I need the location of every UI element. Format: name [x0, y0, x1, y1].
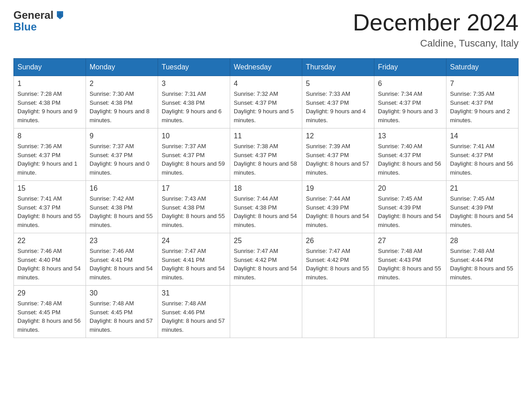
daylight-label: Daylight: 8 hours and 54 minutes.	[162, 265, 225, 281]
day-info: Sunrise: 7:39 AM Sunset: 4:37 PM Dayligh…	[306, 142, 370, 177]
calendar-day-cell: 1 Sunrise: 7:28 AM Sunset: 4:38 PM Dayli…	[14, 76, 86, 128]
day-number: 26	[306, 237, 370, 245]
day-info: Sunrise: 7:37 AM Sunset: 4:37 PM Dayligh…	[90, 142, 154, 177]
day-info: Sunrise: 7:46 AM Sunset: 4:40 PM Dayligh…	[17, 247, 82, 282]
daylight-label: Daylight: 8 hours and 59 minutes.	[162, 160, 225, 176]
sunset-label: Sunset: 4:37 PM	[17, 152, 60, 158]
day-number: 3	[162, 80, 226, 88]
calendar-day-cell: 20 Sunrise: 7:45 AM Sunset: 4:39 PM Dayl…	[374, 181, 446, 233]
calendar-day-cell: 17 Sunrise: 7:43 AM Sunset: 4:38 PM Dayl…	[158, 181, 230, 233]
day-number: 5	[306, 80, 370, 88]
sunrise-label: Sunrise: 7:45 AM	[450, 195, 494, 202]
day-number: 7	[450, 80, 515, 88]
day-number: 10	[162, 132, 226, 140]
sunrise-label: Sunrise: 7:39 AM	[306, 143, 350, 150]
sunset-label: Sunset: 4:42 PM	[306, 257, 349, 263]
day-number: 22	[17, 237, 82, 245]
day-number: 19	[306, 184, 370, 193]
daylight-label: Daylight: 8 hours and 54 minutes.	[450, 213, 513, 228]
daylight-label: Daylight: 8 hours and 55 minutes.	[306, 265, 369, 281]
day-info: Sunrise: 7:41 AM Sunset: 4:37 PM Dayligh…	[17, 194, 82, 229]
sunset-label: Sunset: 4:39 PM	[450, 204, 493, 211]
daylight-label: Daylight: 8 hours and 56 minutes.	[378, 160, 441, 176]
logo: General Blue	[13, 9, 65, 33]
day-of-week-header: Friday	[374, 59, 446, 76]
calendar-day-cell: 21 Sunrise: 7:45 AM Sunset: 4:39 PM Dayl…	[446, 181, 519, 233]
day-info: Sunrise: 7:48 AM Sunset: 4:43 PM Dayligh…	[378, 247, 442, 282]
sunrise-label: Sunrise: 7:46 AM	[17, 248, 62, 254]
calendar-day-cell	[446, 286, 519, 338]
calendar-day-cell: 15 Sunrise: 7:41 AM Sunset: 4:37 PM Dayl…	[14, 181, 86, 233]
calendar-day-cell: 2 Sunrise: 7:30 AM Sunset: 4:38 PM Dayli…	[86, 76, 158, 128]
day-info: Sunrise: 7:30 AM Sunset: 4:38 PM Dayligh…	[90, 90, 154, 124]
calendar-day-cell: 10 Sunrise: 7:37 AM Sunset: 4:37 PM Dayl…	[158, 128, 230, 181]
calendar-day-cell: 27 Sunrise: 7:48 AM Sunset: 4:43 PM Dayl…	[374, 233, 446, 286]
day-info: Sunrise: 7:36 AM Sunset: 4:37 PM Dayligh…	[17, 142, 82, 177]
calendar-day-cell: 4 Sunrise: 7:32 AM Sunset: 4:37 PM Dayli…	[230, 76, 302, 128]
day-info: Sunrise: 7:34 AM Sunset: 4:37 PM Dayligh…	[378, 90, 442, 124]
sunrise-label: Sunrise: 7:41 AM	[450, 143, 494, 150]
day-number: 18	[234, 184, 298, 193]
logo-arrow-icon	[55, 10, 65, 20]
calendar-week-row: 15 Sunrise: 7:41 AM Sunset: 4:37 PM Dayl…	[14, 181, 519, 233]
logo-general-text: General	[13, 9, 53, 21]
day-of-week-header: Thursday	[302, 59, 374, 76]
day-info: Sunrise: 7:48 AM Sunset: 4:45 PM Dayligh…	[17, 299, 82, 334]
sunset-label: Sunset: 4:45 PM	[17, 309, 60, 316]
calendar-day-cell: 18 Sunrise: 7:44 AM Sunset: 4:38 PM Dayl…	[230, 181, 302, 233]
daylight-label: Daylight: 9 hours and 6 minutes.	[162, 108, 222, 124]
day-info: Sunrise: 7:47 AM Sunset: 4:41 PM Dayligh…	[162, 247, 226, 282]
daylight-label: Daylight: 8 hours and 55 minutes.	[450, 265, 513, 281]
daylight-label: Daylight: 9 hours and 4 minutes.	[306, 108, 366, 124]
day-number: 6	[378, 80, 442, 88]
day-number: 13	[378, 132, 442, 140]
day-number: 16	[90, 184, 154, 193]
sunset-label: Sunset: 4:39 PM	[378, 204, 421, 211]
day-number: 11	[234, 132, 298, 140]
calendar-table: SundayMondayTuesdayWednesdayThursdayFrid…	[13, 58, 519, 338]
sunrise-label: Sunrise: 7:48 AM	[450, 248, 494, 254]
day-number: 30	[90, 289, 154, 297]
sunrise-label: Sunrise: 7:45 AM	[378, 195, 422, 202]
sunrise-label: Sunrise: 7:33 AM	[306, 90, 350, 97]
sunrise-label: Sunrise: 7:32 AM	[234, 90, 278, 97]
daylight-label: Daylight: 8 hours and 54 minutes.	[234, 265, 297, 281]
daylight-label: Daylight: 8 hours and 56 minutes.	[17, 317, 81, 333]
sunrise-label: Sunrise: 7:28 AM	[17, 90, 62, 97]
calendar-week-row: 8 Sunrise: 7:36 AM Sunset: 4:37 PM Dayli…	[14, 128, 519, 181]
calendar-day-cell: 26 Sunrise: 7:47 AM Sunset: 4:42 PM Dayl…	[302, 233, 374, 286]
daylight-label: Daylight: 8 hours and 57 minutes.	[90, 317, 153, 333]
day-number: 2	[90, 80, 154, 88]
sunset-label: Sunset: 4:41 PM	[162, 257, 205, 263]
calendar-day-cell	[302, 286, 374, 338]
sunset-label: Sunset: 4:44 PM	[450, 257, 493, 263]
calendar-day-cell: 24 Sunrise: 7:47 AM Sunset: 4:41 PM Dayl…	[158, 233, 230, 286]
calendar-day-cell: 5 Sunrise: 7:33 AM Sunset: 4:37 PM Dayli…	[302, 76, 374, 128]
sunset-label: Sunset: 4:43 PM	[378, 257, 421, 263]
daylight-label: Daylight: 8 hours and 54 minutes.	[306, 213, 369, 228]
daylight-label: Daylight: 8 hours and 57 minutes.	[306, 160, 369, 176]
daylight-label: Daylight: 8 hours and 55 minutes.	[90, 213, 153, 228]
calendar-week-row: 29 Sunrise: 7:48 AM Sunset: 4:45 PM Dayl…	[14, 286, 519, 338]
calendar-day-cell: 28 Sunrise: 7:48 AM Sunset: 4:44 PM Dayl…	[446, 233, 519, 286]
day-info: Sunrise: 7:48 AM Sunset: 4:45 PM Dayligh…	[90, 299, 154, 334]
sunrise-label: Sunrise: 7:36 AM	[17, 143, 62, 150]
location-subtitle: Caldine, Tuscany, Italy	[353, 38, 519, 49]
daylight-label: Daylight: 9 hours and 8 minutes.	[90, 108, 150, 124]
day-of-week-header: Monday	[86, 59, 158, 76]
day-info: Sunrise: 7:44 AM Sunset: 4:39 PM Dayligh…	[306, 194, 370, 229]
day-number: 21	[450, 184, 515, 193]
day-number: 15	[17, 184, 82, 193]
day-info: Sunrise: 7:46 AM Sunset: 4:41 PM Dayligh…	[90, 247, 154, 282]
sunrise-label: Sunrise: 7:48 AM	[162, 300, 206, 307]
calendar-week-row: 1 Sunrise: 7:28 AM Sunset: 4:38 PM Dayli…	[14, 76, 519, 128]
day-number: 31	[162, 289, 226, 297]
day-info: Sunrise: 7:48 AM Sunset: 4:44 PM Dayligh…	[450, 247, 515, 282]
sunrise-label: Sunrise: 7:48 AM	[17, 300, 62, 307]
sunrise-label: Sunrise: 7:48 AM	[378, 248, 422, 254]
daylight-label: Daylight: 9 hours and 3 minutes.	[378, 108, 438, 124]
calendar-day-cell: 16 Sunrise: 7:42 AM Sunset: 4:38 PM Dayl…	[86, 181, 158, 233]
day-info: Sunrise: 7:42 AM Sunset: 4:38 PM Dayligh…	[90, 194, 154, 229]
sunrise-label: Sunrise: 7:43 AM	[162, 195, 206, 202]
sunset-label: Sunset: 4:37 PM	[450, 99, 493, 106]
